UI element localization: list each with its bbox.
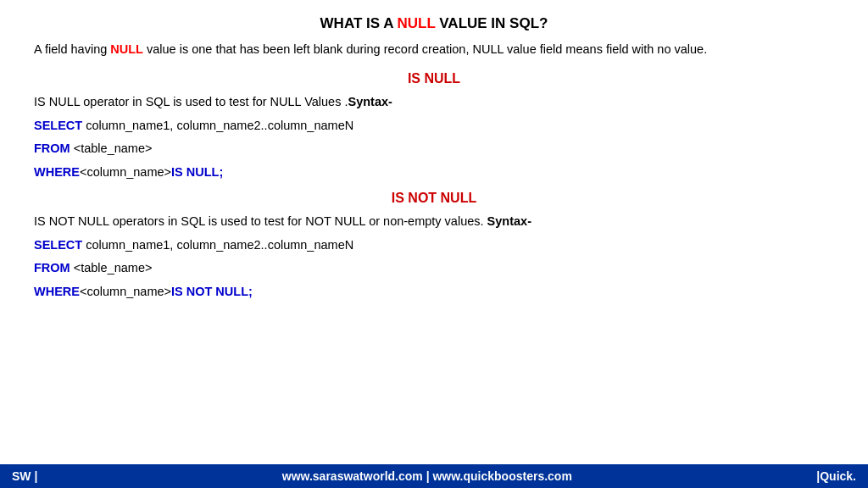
desc-null: NULL bbox=[110, 42, 143, 56]
is-null-select: SELECT bbox=[34, 119, 82, 132]
is-not-null-line2: FROM <table_name> bbox=[34, 259, 834, 278]
is-null-heading: IS NULL bbox=[34, 71, 834, 86]
is-not-null-from: FROM bbox=[34, 261, 70, 274]
is-null-section: IS NULL IS NULL operator in SQL is used … bbox=[34, 71, 834, 182]
is-null-where: WHERE bbox=[34, 165, 80, 179]
is-not-null-clause: IS NOT NULL; bbox=[171, 285, 253, 298]
is-null-clause: IS NULL; bbox=[171, 165, 223, 179]
title-prefix: WHAT IS A bbox=[320, 15, 398, 31]
is-null-line1: SELECT column_name1, column_name2..colum… bbox=[34, 117, 834, 136]
is-not-null-intro-bold: Syntax- bbox=[487, 214, 531, 228]
is-not-null-intro-text: IS NOT NULL operators in SQL is used to … bbox=[34, 214, 487, 228]
is-not-null-section: IS NOT NULL IS NOT NULL operators in SQL… bbox=[34, 191, 834, 302]
is-null-from-rest: <table_name> bbox=[70, 141, 153, 155]
is-not-null-intro: IS NOT NULL operators in SQL is used to … bbox=[34, 213, 834, 231]
footer-center: www.saraswatworld.com | www.quickbooster… bbox=[282, 469, 572, 483]
title-suffix: VALUE IN SQL? bbox=[436, 15, 548, 31]
is-null-line3: WHERE<column_name>IS NULL; bbox=[34, 164, 834, 182]
is-null-where-rest: <column_name> bbox=[80, 165, 171, 179]
is-null-intro: IS NULL operator in SQL is used to test … bbox=[34, 93, 834, 112]
page-title: WHAT IS A NULL VALUE IN SQL? bbox=[34, 15, 834, 32]
is-not-null-from-rest: <table_name> bbox=[70, 261, 153, 274]
is-null-intro-text: IS NULL operator in SQL is used to test … bbox=[34, 95, 348, 108]
is-not-null-line1: SELECT column_name1, column_name2..colum… bbox=[34, 236, 834, 255]
is-null-line2: FROM <table_name> bbox=[34, 140, 834, 158]
footer-right: |Quick. bbox=[816, 469, 856, 483]
is-not-null-where: WHERE bbox=[34, 285, 80, 298]
main-content: WHAT IS A NULL VALUE IN SQL? A field hav… bbox=[0, 0, 868, 319]
is-null-from: FROM bbox=[34, 141, 70, 155]
desc-suffix: value is one that has been left blank du… bbox=[143, 42, 707, 56]
is-not-null-line3: WHERE<column_name>IS NOT NULL; bbox=[34, 283, 834, 302]
is-not-null-heading: IS NOT NULL bbox=[34, 191, 834, 206]
desc-prefix: A field having bbox=[34, 42, 110, 56]
footer-left: SW | bbox=[12, 469, 37, 483]
is-not-null-select-rest: column_name1, column_name2..column_nameN bbox=[82, 238, 353, 252]
is-not-null-where-rest: <column_name> bbox=[80, 285, 171, 298]
is-null-select-rest: column_name1, column_name2..column_nameN bbox=[82, 119, 353, 132]
footer: SW | www.saraswatworld.com | www.quickbo… bbox=[0, 464, 868, 488]
description: A field having NULL value is one that ha… bbox=[34, 41, 834, 59]
is-null-intro-bold: Syntax- bbox=[348, 95, 392, 108]
is-not-null-select: SELECT bbox=[34, 238, 82, 252]
title-null: NULL bbox=[398, 15, 436, 31]
